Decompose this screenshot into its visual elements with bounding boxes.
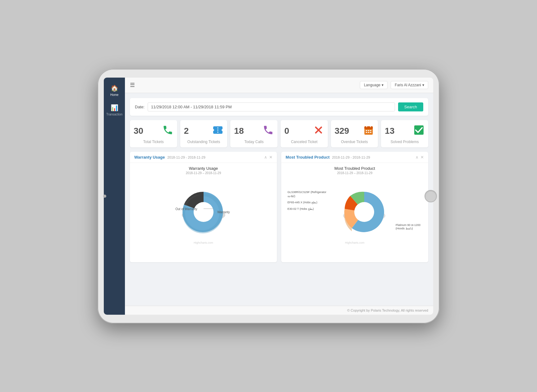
stat-card-solved-problems[interactable]: 13 Solved Problems: [381, 120, 428, 148]
main-content: ☰ Language ▾ Faris Al Azzzani ▾ Date:: [125, 78, 433, 315]
warranty-chart-header: Warranty Usage 2018-11-29 - 2018-11-29 ∧…: [130, 152, 277, 163]
expand-icon[interactable]: ∧: [415, 155, 419, 160]
svg-rect-6: [366, 130, 367, 131]
troubled-chart-header: Most Troubled Product 2018-11-29 - 2018-…: [281, 152, 428, 163]
footer-text: © Copyright by Polaris Technology, All r…: [347, 309, 428, 312]
menu-icon[interactable]: ☰: [130, 82, 135, 88]
canceled-ticket-label: Canceled Ticket: [284, 140, 324, 145]
stat-card-total-tickets[interactable]: 30 Total Tickets: [130, 120, 177, 148]
call-icon: [263, 124, 274, 138]
page-body: Date: Search 30: [125, 93, 433, 306]
troubled-chart-title: Most Troubled Product: [286, 155, 330, 160]
date-input[interactable]: [148, 102, 395, 111]
troubled-donut-svg: [333, 178, 395, 240]
troubled-chart-card: Most Troubled Product 2018-11-29 - 2018-…: [281, 152, 428, 262]
warranty-chart-card: Warranty Usage 2018-11-29 - 2018-11-29 ∧…: [130, 152, 277, 262]
topbar-right: Language ▾ Faris Al Azzzani ▾: [360, 81, 428, 89]
sidebar-item-label: Home: [110, 93, 119, 97]
warranty-donut-container: Warranty Usage 2018-11-29 – 2018-11-29 O…: [133, 166, 274, 259]
stat-card-outstanding-tickets[interactable]: 2 Outstanding Tickets: [180, 120, 227, 148]
stat-card-today-calls[interactable]: 18 Today Calls: [230, 120, 278, 148]
gls-label: GLS38R/GCS29F (Refrigerator لثلاجة): [287, 190, 328, 198]
outstanding-tickets-label: Outstanding Tickets: [184, 140, 224, 145]
close-icon[interactable]: ✕: [420, 155, 424, 160]
calendar-icon: [363, 124, 374, 138]
warranty-label: Warranty: [217, 210, 230, 214]
svg-point-17: [354, 202, 374, 222]
solved-problems-label: Solved Problems: [385, 140, 425, 145]
sidebar-item-transaction[interactable]: 📊 Transaction: [104, 100, 125, 120]
close-icon[interactable]: ✕: [269, 155, 273, 160]
warranty-donut-title: Warranty Usage: [189, 166, 218, 171]
troubled-chart-actions: ∧ ✕: [415, 155, 424, 160]
warranty-chart-actions: ∧ ✕: [264, 155, 273, 160]
chevron-down-icon: ▾: [422, 83, 424, 87]
canceled-ticket-number: 0: [284, 126, 289, 136]
stat-card-overdue-tickets[interactable]: 329: [331, 120, 378, 148]
warranty-chart-date: 2018-11-29 - 2018-11-29: [168, 155, 205, 159]
tablet-frame: 🏠 Home 📊 Transaction ☰ Language ▾ Fa: [98, 69, 439, 323]
total-tickets-label: Total Tickets: [134, 140, 173, 145]
tablet-screen: 🏠 Home 📊 Transaction ☰ Language ▾ Fa: [104, 78, 433, 315]
home-icon: 🏠: [111, 84, 118, 92]
stats-grid: 30 Total Tickets 2: [130, 120, 428, 148]
svg-rect-8: [370, 130, 372, 131]
troubled-credit: Highcharts.com: [345, 241, 365, 244]
today-calls-number: 18: [234, 126, 244, 136]
svg-point-15: [194, 202, 213, 222]
svg-rect-10: [368, 132, 369, 133]
total-tickets-number: 30: [134, 126, 143, 136]
search-bar: Date: Search: [130, 98, 428, 116]
warranty-chart-title-group: Warranty Usage 2018-11-29 - 2018-11-29: [134, 155, 205, 160]
ticket-icon: [212, 124, 223, 138]
tablet-camera: [103, 195, 106, 198]
svg-rect-11: [370, 132, 372, 133]
phone-icon: [162, 124, 173, 138]
warranty-chart-title: Warranty Usage: [134, 155, 165, 160]
warranty-credit: Highcharts.com: [194, 241, 213, 244]
troubled-chart-date: 2018-11-29 - 2018-11-29: [332, 155, 370, 159]
language-label: Language: [364, 83, 380, 87]
today-calls-label: Today Calls: [234, 140, 274, 145]
language-button[interactable]: Language ▾: [360, 81, 388, 89]
overdue-tickets-number: 329: [335, 126, 349, 136]
date-label: Date:: [135, 105, 145, 109]
platinum-label: Platinum 90 st-1200 (Hoods ذلفط): [396, 223, 420, 230]
svg-rect-9: [366, 132, 367, 133]
expand-icon[interactable]: ∧: [264, 155, 267, 160]
footer: © Copyright by Polaris Technology, All r…: [125, 306, 433, 315]
charts-row: Warranty Usage 2018-11-29 - 2018-11-29 ∧…: [130, 152, 428, 262]
overdue-tickets-label: Overdue Tickets: [335, 140, 374, 145]
search-button[interactable]: Search: [398, 102, 423, 111]
troubled-chart-body: Most Troubled Product 2018-11-29 – 2018-…: [281, 163, 428, 262]
cancel-icon: [313, 124, 324, 138]
transaction-icon: 📊: [111, 104, 118, 111]
sidebar: 🏠 Home 📊 Transaction: [104, 78, 125, 315]
outstanding-tickets-number: 2: [184, 126, 189, 136]
warranty-chart-body: Warranty Usage 2018-11-29 – 2018-11-29 O…: [130, 163, 277, 262]
e30-label: E30-02 T (Hobs بطح): [287, 207, 328, 211]
solved-problems-number: 13: [385, 126, 394, 136]
stat-card-canceled-ticket[interactable]: 0 Canceled Ticket: [281, 120, 328, 148]
svg-rect-3: [365, 126, 373, 129]
ef65-label: EF65-445 X (Hobs بطح): [287, 201, 328, 205]
troubled-donut-subtitle: 2018-11-29 – 2018-11-29: [337, 171, 372, 175]
user-label: Faris Al Azzzani: [395, 83, 421, 87]
troubled-donut-title: Most Troubled Product: [334, 166, 375, 171]
topbar: ☰ Language ▾ Faris Al Azzzani ▾: [125, 78, 433, 93]
svg-rect-7: [368, 130, 369, 131]
sidebar-item-home[interactable]: 🏠 Home: [104, 81, 125, 100]
user-button[interactable]: Faris Al Azzzani ▾: [391, 81, 428, 89]
warranty-donut-subtitle: 2018-11-29 – 2018-11-29: [186, 171, 221, 175]
check-icon: [413, 124, 425, 138]
troubled-chart-title-group: Most Troubled Product 2018-11-29 - 2018-…: [286, 155, 370, 160]
troubled-donut-container: Most Troubled Product 2018-11-29 – 2018-…: [284, 166, 425, 259]
out-of-warranty-label: Out of Warranty: [176, 207, 197, 211]
chevron-down-icon: ▾: [382, 83, 383, 87]
sidebar-item-label: Transaction: [106, 113, 122, 116]
